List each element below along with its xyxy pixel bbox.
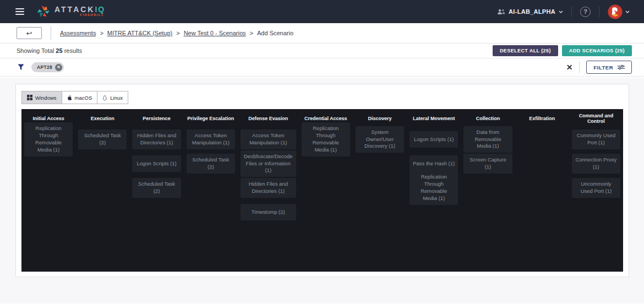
content-area: Windows macOS Linux bbox=[0, 78, 644, 304]
brand-name-primary: ATTACK bbox=[54, 5, 95, 14]
technique-cell[interactable]: Uncommonly Used Port (1) bbox=[572, 178, 620, 198]
tab-macos[interactable]: macOS bbox=[62, 91, 98, 104]
matrix-column-header: Lateral Movement bbox=[407, 109, 461, 127]
help-icon[interactable]: ? bbox=[580, 7, 591, 17]
technique-cell[interactable]: Scheduled Task (2) bbox=[132, 178, 181, 198]
matrix-slot bbox=[407, 200, 461, 224]
avatar bbox=[608, 4, 623, 19]
tab-windows[interactable]: Windows bbox=[21, 91, 62, 104]
technique-cell[interactable]: Scheduled Task (2) bbox=[78, 129, 127, 149]
technique-cell[interactable]: Access Token Manipulation (1) bbox=[187, 129, 235, 149]
matrix-slot: Screen Capture (1) bbox=[461, 152, 515, 176]
technique-cell[interactable]: Timestomp (2) bbox=[241, 204, 296, 220]
scenario-matrix-card: Windows macOS Linux bbox=[15, 84, 629, 277]
hamburger-menu-icon[interactable] bbox=[15, 8, 24, 15]
results-count: 25 bbox=[56, 47, 62, 54]
matrix-slot bbox=[353, 200, 407, 224]
tenant-name: AI-LAB_ALPHA bbox=[509, 8, 555, 15]
matrix-slot bbox=[353, 176, 407, 200]
technique-cell[interactable]: Deobfuscate/Decode Files or Information … bbox=[241, 150, 296, 177]
topbar-divider bbox=[599, 6, 599, 17]
filter-divider bbox=[579, 61, 580, 73]
matrix-slot bbox=[515, 200, 569, 224]
matrix-slot: Data from Removable Media (1) bbox=[461, 127, 515, 152]
matrix-column-header: Discovery bbox=[353, 109, 407, 127]
breadcrumb-current-page: Add Scenario bbox=[257, 30, 293, 36]
user-menu[interactable] bbox=[608, 4, 630, 19]
technique-cell[interactable]: Hidden Files and Directories (1) bbox=[241, 178, 296, 198]
breadcrumb-link-assessments[interactable]: Assessments bbox=[60, 30, 96, 36]
matrix-slot: Hidden Files and Directories (1) bbox=[238, 176, 299, 200]
technique-cell[interactable]: Hidden Files and Directories (1) bbox=[132, 129, 181, 149]
technique-cell[interactable]: Connection Proxy (1) bbox=[572, 154, 620, 174]
matrix-slot bbox=[461, 200, 515, 224]
technique-cell[interactable]: Screen Capture (1) bbox=[463, 154, 512, 174]
breadcrumb: Assessments > MITRE ATT&CK (Setup) > New… bbox=[60, 30, 293, 36]
filter-chip-label: APT28 bbox=[37, 64, 52, 70]
matrix-slot: System Owner/User Discovery (1) bbox=[353, 127, 407, 152]
tab-linux[interactable]: Linux bbox=[97, 91, 128, 104]
pinwheel-logo-icon bbox=[36, 4, 51, 19]
results-actions: DESELECT ALL (25) ADD SCENARIOS (25) bbox=[493, 45, 632, 56]
matrix-slot: Logon Scripts (1) bbox=[129, 152, 183, 176]
matrix-slot: Replication Through Removable Media (1) bbox=[21, 127, 75, 152]
technique-cell[interactable]: Data from Removable Media (1) bbox=[463, 126, 512, 153]
matrix-slot bbox=[75, 200, 129, 224]
matrix-slot: Uncommonly Used Port (1) bbox=[569, 176, 623, 200]
attackiq-logo[interactable]: ATTACKIQ FIREDRILL bbox=[36, 4, 105, 19]
attack-matrix: Initial AccessExecutionPersistencePrivil… bbox=[21, 109, 623, 272]
back-button[interactable]: ↩ bbox=[17, 27, 42, 39]
add-scenarios-button[interactable]: ADD SCENARIOS (25) bbox=[562, 45, 632, 56]
deselect-all-button[interactable]: DESELECT ALL (25) bbox=[493, 45, 558, 56]
matrix-slot: Scheduled Task (2) bbox=[129, 176, 183, 200]
top-navigation-bar: ATTACKIQ FIREDRILL AI-LAB_ALPHA ? bbox=[0, 0, 644, 23]
tab-windows-label: Windows bbox=[35, 95, 57, 101]
matrix-slot bbox=[353, 152, 407, 176]
matrix-column-header: Persistence bbox=[129, 109, 183, 127]
apple-icon bbox=[67, 95, 72, 101]
matrix-slot: Access Token Manipulation (1) bbox=[184, 127, 238, 152]
filter-chip-apt28: APT28 ✕ bbox=[31, 62, 64, 72]
filter-bar: APT28 ✕ ✕ FILTER bbox=[0, 58, 644, 77]
filter-right-controls: ✕ FILTER bbox=[566, 61, 632, 74]
chip-remove-icon[interactable]: ✕ bbox=[55, 64, 62, 71]
matrix-column-header: Privilege Escalation bbox=[184, 109, 238, 127]
matrix-slot bbox=[184, 176, 238, 200]
tab-linux-label: Linux bbox=[110, 95, 123, 101]
breadcrumb-separator: > bbox=[100, 30, 103, 36]
breadcrumb-link-new-test-0-scenarios[interactable]: New Test 0 - Scenarios bbox=[184, 30, 246, 36]
tenant-selector[interactable]: AI-LAB_ALPHA bbox=[497, 8, 563, 15]
clear-filters-icon[interactable]: ✕ bbox=[566, 63, 573, 71]
topbar-right-controls: AI-LAB_ALPHA ? bbox=[497, 4, 630, 19]
matrix-column-header: Defense Evasion bbox=[238, 109, 299, 127]
technique-cell[interactable]: Commonly Used Port (1) bbox=[572, 129, 620, 149]
matrix-slot bbox=[299, 200, 353, 224]
platform-tabs: Windows macOS Linux bbox=[21, 91, 128, 104]
matrix-slot bbox=[461, 176, 515, 200]
back-arrow-icon: ↩ bbox=[26, 30, 32, 37]
breadcrumb-link-mitre-attack-setup[interactable]: MITRE ATT&CK (Setup) bbox=[107, 30, 172, 36]
help-glyph: ? bbox=[583, 8, 587, 15]
technique-cell[interactable]: Logon Scripts (1) bbox=[132, 155, 181, 172]
matrix-slot: Scheduled Task (2) bbox=[75, 127, 129, 152]
technique-cell[interactable]: Access Token Manipulation (1) bbox=[241, 129, 296, 149]
filter-button-label: FILTER bbox=[593, 64, 613, 71]
topbar-divider bbox=[571, 6, 572, 17]
matrix-slot bbox=[21, 176, 75, 200]
matrix-column-header: Execution bbox=[75, 109, 129, 127]
matrix-slot bbox=[184, 200, 238, 224]
users-icon bbox=[497, 9, 505, 15]
matrix-slot bbox=[515, 127, 569, 152]
technique-cell[interactable]: System Owner/User Discovery (1) bbox=[356, 126, 404, 153]
technique-cell[interactable]: Scheduled Task (2) bbox=[187, 154, 235, 174]
filter-button[interactable]: FILTER bbox=[586, 61, 632, 74]
matrix-slot bbox=[299, 176, 353, 200]
matrix-slot: Logon Scripts (1) bbox=[407, 127, 461, 152]
matrix-column-header: Exfiltration bbox=[515, 109, 569, 127]
matrix-slot bbox=[75, 176, 129, 200]
brand-text: ATTACKIQ FIREDRILL bbox=[54, 4, 105, 19]
technique-cell[interactable]: Logon Scripts (1) bbox=[410, 131, 458, 148]
technique-cell[interactable]: Pass the Hash (1) bbox=[410, 155, 458, 172]
matrix-slot bbox=[299, 152, 353, 176]
chevron-down-icon bbox=[559, 10, 563, 13]
